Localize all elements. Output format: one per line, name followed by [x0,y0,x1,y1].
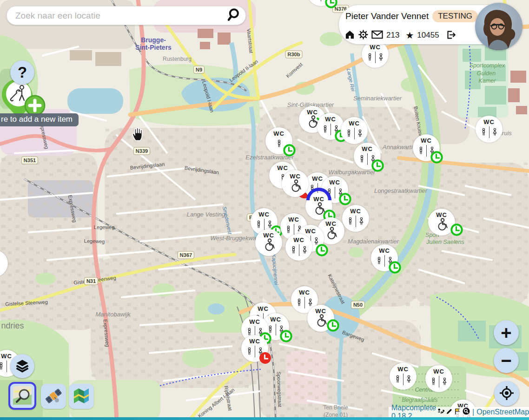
wc-label: WC [350,208,361,214]
wc-label: WC [483,119,495,125]
map-style-satellite-button[interactable] [41,384,66,409]
map-marker-wc[interactable]: WC [307,305,334,332]
map-marker-wc[interactable]: WC [265,127,292,154]
wc-label: WC [312,176,323,182]
attribution-bar: Mapcomplete 0.18.2 | OpenStreetMap [389,407,529,417]
toilet-pictogram [290,243,309,257]
toilet-pictogram [345,126,364,140]
search-icon [226,7,241,24]
user-avatar[interactable] [475,3,522,50]
map-marker-wc[interactable]: WC [428,209,455,236]
attribution-separator: | [472,408,474,416]
logout-icon [445,30,456,41]
wc-label: WC [315,308,326,314]
wc-label: WC [349,120,360,126]
open-hours-icon [339,193,351,205]
settings-button[interactable] [358,30,368,41]
toilet-pictogram [314,314,328,328]
user-name: Pieter Vander Vennet [345,11,429,21]
statistics-icon [437,408,444,417]
map-marker-wc[interactable]: WC [362,41,389,68]
search-input[interactable] [14,10,224,21]
map-marker-wc[interactable]: WC [285,234,312,261]
wc-label: WC [249,338,260,344]
open-hours-icon [280,330,292,342]
layers-button[interactable] [10,354,34,378]
map-marker-wc[interactable]: WC [342,205,369,232]
wc-label: WC [299,289,310,295]
map-marker-wc[interactable]: WC [413,134,440,161]
messages-count: 213 [386,31,399,40]
map-style-osm-button[interactable] [8,382,36,410]
toilet-pictogram [324,227,338,241]
map-style-map-button[interactable] [69,384,94,409]
wc-label: WC [305,228,316,234]
map-marker-wc[interactable]: WC [317,113,344,140]
map-marker-wc[interactable]: WC [255,229,282,256]
search-button[interactable] [224,7,245,24]
open-hours-icon [371,159,384,172]
toilet-pictogram [435,218,449,232]
toilet-pictogram [275,137,283,151]
home-button[interactable] [344,29,355,41]
map-marker-wc[interactable]: WC [282,170,309,197]
osm-carto-icon [12,385,33,407]
toilet-pictogram [288,179,302,193]
testing-badge: TESTING [432,10,478,22]
gear-icon [358,30,368,41]
wc-label: WC [258,306,269,312]
messages-button[interactable] [371,30,383,40]
search-bar [7,6,246,25]
wc-label: WC [325,116,336,122]
closed-hours-icon [259,352,271,364]
map-marker-wc[interactable]: WC [425,365,452,392]
wc-label: WC [290,173,301,179]
wc-label: WC [397,366,409,372]
geolocate-button[interactable] [494,381,519,406]
map-marker-wc[interactable]: WC [476,116,503,143]
osm-logo-icon [463,407,470,417]
wc-label: WC [421,138,432,144]
zoom-out-button[interactable]: − [494,348,519,373]
toilet-pictogram [262,238,276,252]
toilet-pictogram [346,214,365,228]
help-button[interactable]: ? [10,60,34,85]
toilet-pictogram [394,372,413,386]
open-hours-icon [430,151,443,164]
question-mark-icon: ? [18,64,27,81]
toilet-pictogram [295,295,314,309]
map-marker-wc[interactable]: WC [354,143,381,170]
map-marker-wc[interactable]: WC [305,193,332,220]
layers-icon [15,359,29,374]
zoom-in-button[interactable]: + [494,320,519,345]
toilet-pictogram [430,374,449,388]
map-marker-wc[interactable]: WC [390,363,417,390]
open-hours-icon [327,319,339,332]
map-marker-wc[interactable]: WC [371,244,398,271]
logout-button[interactable] [445,30,456,41]
open-hours-icon [316,244,328,256]
folded-map-icon [72,387,91,407]
star-icon: ★ [405,31,414,40]
map-marker-wc[interactable]: WC [241,335,268,362]
crosshair-icon [499,385,515,402]
wc-label: WC [379,248,390,254]
wc-label: WC [362,146,373,152]
map-marker-wc[interactable]: WC [341,117,368,144]
wc-label: WC [370,44,381,50]
open-hours-icon [450,223,463,236]
wc-label: WC [288,217,299,223]
mapcomplete-app: Brugge-Sint-PietersRustenburgSint-Gillis… [0,0,529,420]
wc-label: WC [293,237,304,243]
envelope-icon [371,30,383,40]
wc-label: WC [313,196,324,202]
toilet-pictogram [366,50,385,64]
wc-label: WC [270,316,281,322]
wc-label: WC [273,131,284,137]
pencil-icon [446,408,453,417]
wc-label: WC [1,353,12,359]
wc-label: WC [329,179,340,185]
open-hours-icon [389,261,401,274]
openstreetmap-link[interactable]: OpenStreetMap [476,408,529,416]
satellite-icon [44,386,63,407]
